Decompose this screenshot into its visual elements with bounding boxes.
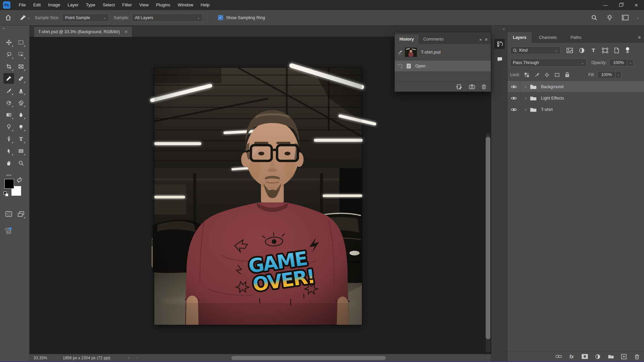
add-layer-mask-button[interactable] xyxy=(581,353,588,360)
history-panel-button[interactable] xyxy=(494,39,505,49)
menu-help[interactable]: Help xyxy=(197,0,213,10)
foreground-color-swatch[interactable] xyxy=(4,179,14,189)
filter-pixel-layers-icon[interactable] xyxy=(567,48,573,53)
delete-layer-button[interactable] xyxy=(633,353,641,360)
fill-caret-icon[interactable]: ⌄ xyxy=(615,71,622,78)
link-layers-button[interactable] xyxy=(555,353,562,360)
history-state-row-open[interactable]: Open xyxy=(395,61,491,71)
lock-position-icon[interactable] xyxy=(544,72,549,77)
visibility-toggle[interactable] xyxy=(507,81,520,92)
delete-state-icon[interactable] xyxy=(482,84,486,89)
crop-tool[interactable] xyxy=(3,61,14,72)
dock-collapse-icon[interactable]: « xyxy=(503,27,504,31)
menu-plugins[interactable]: Plugins xyxy=(152,0,174,10)
tab-layers[interactable]: Layers xyxy=(507,32,532,43)
menu-file[interactable]: File xyxy=(15,0,30,10)
vertical-scrollbar-thumb[interactable] xyxy=(486,137,490,339)
quick-mask-button[interactable] xyxy=(3,208,14,219)
discover-button[interactable] xyxy=(606,14,614,22)
object-selection-tool[interactable] xyxy=(15,49,26,60)
horizontal-scrollbar-thumb[interactable] xyxy=(231,356,386,360)
blur-tool[interactable] xyxy=(15,109,26,120)
menu-edit[interactable]: Edit xyxy=(30,0,44,10)
layer-style-button[interactable]: fx xyxy=(568,353,575,360)
eyedropper-tool-options-button[interactable] xyxy=(19,14,27,22)
tab-history[interactable]: History xyxy=(395,35,419,44)
history-brush-source-cell[interactable] xyxy=(395,64,405,68)
dodge-tool[interactable] xyxy=(3,121,14,132)
screen-mode-button[interactable] xyxy=(15,208,26,219)
hand-tool[interactable] xyxy=(3,158,14,168)
layer-filter-toggle[interactable] xyxy=(625,47,630,54)
visibility-toggle[interactable] xyxy=(507,104,520,115)
scroll-left-icon[interactable]: ‹ xyxy=(137,356,138,360)
blend-mode-dropdown[interactable]: Pass Through ⌄ xyxy=(510,59,587,67)
swap-colors-icon[interactable] xyxy=(16,177,23,183)
healing-brush-tool[interactable] xyxy=(15,73,26,84)
filter-adjustment-layers-icon[interactable] xyxy=(579,48,585,53)
eyedropper-tool[interactable] xyxy=(3,73,14,84)
workspace-switcher-button[interactable] xyxy=(621,14,629,22)
lasso-tool[interactable] xyxy=(3,49,14,60)
rectangular-marquee-tool[interactable] xyxy=(15,37,26,48)
sample-dropdown[interactable]: All Layers ⌄ xyxy=(132,13,203,22)
document-tab[interactable]: T-shirt.psd @ 33.3% (Background, RGB/8#)… xyxy=(34,27,132,37)
clone-stamp-tool[interactable] xyxy=(15,85,26,96)
document-canvas[interactable]: GAME OVER! xyxy=(154,68,362,325)
fill-value-field[interactable]: 100% xyxy=(597,71,615,78)
filter-type-layers-icon[interactable]: T xyxy=(591,48,596,53)
tab-channels[interactable]: Channels xyxy=(534,32,562,43)
frame-tool[interactable] xyxy=(15,61,26,72)
gradient-tool[interactable] xyxy=(3,109,14,120)
restore-button[interactable] xyxy=(613,0,629,10)
lock-image-pixels-icon[interactable] xyxy=(534,72,539,77)
minimize-button[interactable]: — xyxy=(598,0,613,10)
close-tab-icon[interactable]: ✕ xyxy=(124,29,128,34)
brush-tool[interactable] xyxy=(3,85,14,96)
scroll-right-icon[interactable]: › xyxy=(487,356,488,360)
layer-row-background[interactable]: › Background xyxy=(507,81,644,93)
rectangle-tool[interactable] xyxy=(15,145,26,156)
group-expand-icon[interactable]: › xyxy=(525,107,526,112)
menu-type[interactable]: Type xyxy=(82,0,99,10)
opacity-caret-icon[interactable]: ⌄ xyxy=(628,59,634,66)
show-sampling-ring-checkbox[interactable]: ✓ xyxy=(218,15,223,20)
menu-layer[interactable]: Layer xyxy=(64,0,83,10)
lock-all-icon[interactable] xyxy=(565,72,570,77)
layer-row-light-effects[interactable]: › Light Effects xyxy=(507,93,644,104)
history-snapshot-row[interactable]: T-shirt.psd xyxy=(395,44,491,61)
type-tool[interactable]: T xyxy=(15,133,26,144)
sample-size-dropdown[interactable]: Point Sample ⌄ xyxy=(62,13,109,22)
adjustment-layer-button[interactable] xyxy=(594,353,601,360)
lock-artboard-icon[interactable] xyxy=(554,72,560,77)
path-selection-tool[interactable] xyxy=(3,145,14,156)
default-colors-icon[interactable] xyxy=(3,191,9,197)
close-button[interactable]: ✕ xyxy=(629,0,644,10)
toolbar-collapse-icon[interactable]: « xyxy=(3,26,4,30)
move-tool[interactable] xyxy=(3,37,14,48)
menu-window[interactable]: Window xyxy=(174,0,197,10)
visibility-toggle[interactable] xyxy=(507,93,520,104)
new-snapshot-icon[interactable] xyxy=(469,84,475,89)
zoom-tool[interactable] xyxy=(15,158,26,168)
new-group-button[interactable] xyxy=(607,353,614,360)
status-chevron-icon[interactable]: › xyxy=(128,356,130,360)
panel-menu-icon[interactable]: ≡ xyxy=(485,37,487,42)
layer-row-tshirt[interactable]: › T-shirt xyxy=(507,104,644,115)
lock-transparent-pixels-icon[interactable] xyxy=(524,72,529,77)
menu-filter[interactable]: Filter xyxy=(118,0,136,10)
search-button[interactable] xyxy=(590,14,598,22)
panel-menu-icon[interactable]: ≡ xyxy=(638,35,641,40)
eraser-tool[interactable] xyxy=(15,97,26,108)
opacity-value-field[interactable]: 100% xyxy=(609,59,628,66)
menu-view[interactable]: View xyxy=(136,0,152,10)
comments-panel-button[interactable] xyxy=(494,54,505,64)
collapse-panel-icon[interactable]: » xyxy=(479,37,482,42)
filter-shape-layers-icon[interactable] xyxy=(602,48,608,53)
tab-paths[interactable]: Paths xyxy=(565,32,587,43)
zoom-level-field[interactable]: 33.33% xyxy=(30,356,57,360)
import-image-button[interactable] xyxy=(3,225,13,236)
tool-preset-caret-icon[interactable]: ⌄ xyxy=(27,16,30,19)
workspace-caret-icon[interactable]: ⌄ xyxy=(637,16,639,19)
new-layer-button[interactable] xyxy=(620,353,628,360)
